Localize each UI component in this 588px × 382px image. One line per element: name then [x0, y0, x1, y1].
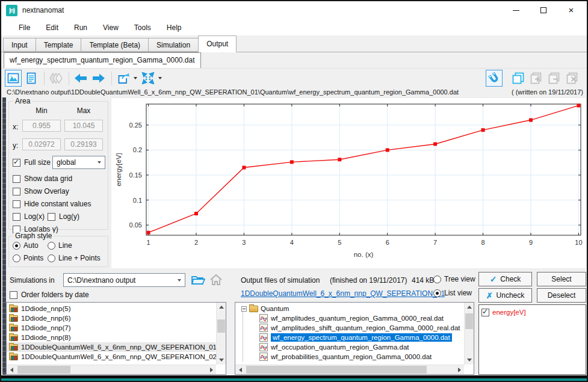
menu-view[interactable]: View	[95, 21, 126, 34]
graph-style-line-points-radio[interactable]: Line + Points	[48, 254, 101, 262]
home-icon[interactable]	[209, 273, 223, 289]
tab-template-beta[interactable]: Template (Beta)	[81, 38, 149, 52]
show-data-grid-checkbox[interactable]: Show data grid	[13, 174, 72, 183]
open-folder-icon[interactable]	[191, 273, 205, 289]
scroll-up-icon[interactable]	[465, 303, 474, 312]
overlay-icon[interactable]	[48, 70, 64, 87]
order-folders-checkbox[interactable]: Order folders by date	[10, 291, 89, 299]
simulation-link[interactable]: 1DDoubleQuantumWell_6_x_6nm_nnp_QW_SEPER…	[241, 289, 445, 298]
graph-style-line-radio[interactable]: Line	[48, 241, 72, 250]
checkbox-icon[interactable]	[13, 200, 20, 208]
menu-run[interactable]: Run	[66, 21, 95, 34]
plot-view-icon[interactable]	[5, 70, 22, 87]
list-item[interactable]: 1Ddiode_nnp(8)	[7, 333, 215, 342]
tree-file-row[interactable]: wf_amplitudes_shift_quantum_region_Gamma…	[235, 323, 463, 333]
export-icon[interactable]	[115, 70, 132, 87]
list-item[interactable]: 1Ddiode_nnp(7)	[7, 323, 215, 333]
deselect-button[interactable]: Deselect	[537, 288, 586, 303]
checkbox-icon[interactable]	[10, 291, 17, 299]
vertical-scrollbar[interactable]	[464, 303, 474, 365]
check-button[interactable]: ✓ Check	[478, 272, 532, 286]
back-icon[interactable]	[72, 70, 89, 87]
vertical-scrollbar[interactable]	[216, 303, 226, 365]
curve-item[interactable]: energy[eV]	[479, 307, 586, 317]
tree-file-row-selected[interactable]: wf_energy_spectrum_quantum_region_Gamma_…	[235, 333, 463, 342]
radio-icon[interactable]	[433, 276, 441, 283]
menu-edit[interactable]: Edit	[38, 21, 66, 34]
add-graph-icon[interactable]	[528, 70, 545, 87]
radio-icon[interactable]	[13, 254, 20, 262]
checkbox-icon[interactable]	[13, 159, 20, 167]
checkbox-icon[interactable]	[48, 213, 55, 221]
radio-icon[interactable]	[48, 242, 55, 250]
uncheck-button[interactable]: ✗ Uncheck	[478, 288, 532, 303]
horizontal-scrollbar[interactable]	[7, 365, 216, 374]
scrollbar-thumb[interactable]	[217, 319, 225, 333]
list-item[interactable]: 1DDoubleQuantumWell_6_x_6nm_nnp_QW_SEPER…	[7, 352, 215, 362]
tree-file-row[interactable]: wf_occupation_quantum_region_Gamma.dat	[235, 342, 463, 352]
scroll-left-icon[interactable]	[7, 365, 16, 374]
checkbox-icon[interactable]	[13, 188, 20, 196]
radio-icon[interactable]	[433, 289, 441, 297]
radio-icon[interactable]	[48, 254, 55, 262]
list-item[interactable]: 1Ddiode_nnp(6)	[7, 313, 215, 323]
close-icon[interactable]: ×	[568, 7, 575, 14]
menu-help[interactable]: Help	[159, 21, 190, 34]
export-dropdown-icon[interactable]	[134, 77, 137, 79]
tab-output[interactable]: Output	[198, 35, 237, 52]
show-overlay-checkbox[interactable]: Show Overlay	[13, 187, 69, 196]
close-graph-icon[interactable]	[564, 70, 581, 87]
full-size-checkbox[interactable]: Full size	[13, 158, 51, 167]
horizontal-scrollbar[interactable]	[235, 365, 464, 374]
minimize-icon[interactable]	[512, 7, 519, 14]
scale-scope-select[interactable]: global	[52, 156, 105, 169]
list-view-radio[interactable]: List view	[433, 289, 472, 297]
menu-file[interactable]: File	[11, 21, 38, 34]
menu-tools[interactable]: Tools	[126, 21, 159, 34]
maximize-icon[interactable]	[540, 7, 547, 14]
list-item[interactable]: 1Ddiode_nnp(5)	[7, 304, 215, 313]
scroll-down-icon[interactable]	[465, 356, 474, 365]
x-max-field[interactable]: 10.045	[64, 120, 103, 132]
energy-chart[interactable]: 123456789100.050.10.150.20.25no. (x)ener…	[111, 97, 586, 269]
tree-file-row[interactable]: wf_amplitudes_quantum_region_Gamma_0000_…	[235, 313, 463, 323]
scrollbar-thumb[interactable]	[246, 366, 427, 374]
radio-icon[interactable]	[13, 242, 20, 250]
hide-constant-values-checkbox[interactable]: Hide constant values	[13, 200, 91, 208]
clone-graph-icon[interactable]	[510, 70, 527, 87]
fit-dropdown-icon[interactable]	[158, 77, 162, 79]
tab-simulation[interactable]: Simulation	[148, 38, 199, 52]
log-y-checkbox[interactable]: Log(y)	[48, 212, 79, 221]
log-x-checkbox[interactable]: Log(x)	[13, 212, 45, 221]
tree-root-row[interactable]: Quantum	[235, 304, 463, 313]
checkbox-icon[interactable]	[13, 175, 20, 183]
tab-input[interactable]: Input	[3, 38, 36, 52]
tree-view-radio[interactable]: Tree view	[433, 275, 475, 283]
checkbox-icon[interactable]	[13, 213, 20, 221]
list-item-selected[interactable]: 1DDoubleQuantumWell_6_x_6nm_nnp_QW_SEPER…	[7, 342, 215, 352]
scroll-up-icon[interactable]	[217, 303, 226, 312]
graph-style-points-radio[interactable]: Points	[13, 254, 43, 262]
scroll-right-icon[interactable]	[206, 365, 216, 374]
scroll-down-icon[interactable]	[217, 356, 226, 365]
scroll-right-icon[interactable]	[454, 365, 464, 374]
file-tab[interactable]: wf_energy_spectrum_quantum_region_Gamma_…	[4, 52, 201, 68]
scrollbar-thumb[interactable]	[17, 366, 70, 374]
magnet-icon[interactable]	[486, 70, 503, 87]
y-max-field[interactable]: 0.29193	[64, 138, 103, 150]
select-button[interactable]: Select	[537, 272, 586, 286]
tree-file-row[interactable]: wf_probabilities_quantum_region_Gamma_00…	[235, 352, 463, 362]
graph-style-auto-radio[interactable]: Auto	[13, 241, 39, 250]
report-view-icon[interactable]	[23, 70, 40, 87]
simulations-path-select[interactable]: C:\D\nextnano output	[63, 273, 185, 287]
checkbox-icon[interactable]	[481, 309, 489, 316]
x-min-field[interactable]: 0.955	[22, 120, 61, 132]
scroll-left-icon[interactable]	[235, 365, 245, 374]
scrollbar-thumb[interactable]	[465, 313, 473, 329]
remove-graph-icon[interactable]	[546, 70, 563, 87]
fit-icon[interactable]	[140, 70, 156, 87]
y-min-field[interactable]: 0.02972	[22, 138, 61, 150]
tab-template[interactable]: Template	[36, 38, 82, 52]
forward-icon[interactable]	[90, 70, 107, 87]
collapse-icon[interactable]	[241, 306, 247, 312]
